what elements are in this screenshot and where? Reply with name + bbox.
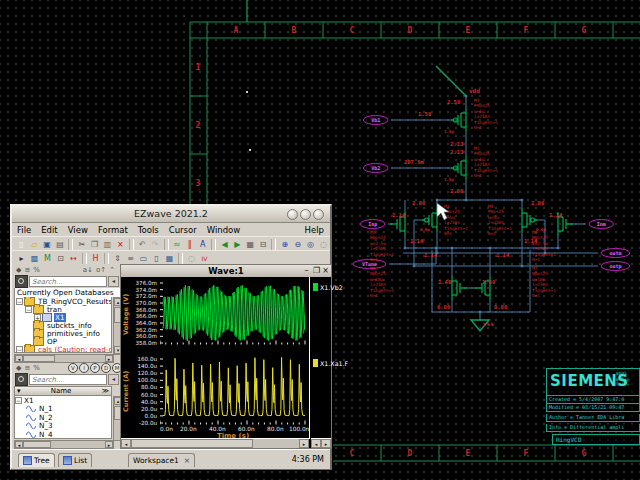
- open-icon[interactable]: ▱: [29, 239, 40, 250]
- signals-search-input[interactable]: [29, 374, 107, 385]
- menu-help[interactable]: Help: [299, 225, 330, 235]
- filter-i-button[interactable]: I: [79, 363, 89, 373]
- signals-search-icon[interactable]: [15, 373, 28, 386]
- wave-restore-icon[interactable]: ❐: [312, 265, 321, 276]
- filter-d-button[interactable]: D: [101, 363, 111, 373]
- wave-window[interactable]: Wave:1 – ❐ × Voltage (V) Current (A) 376…: [120, 264, 332, 449]
- tree-search-input[interactable]: [29, 276, 107, 287]
- pmos-m4-bubble[interactable]: [531, 218, 535, 222]
- grid-icon[interactable]: ▦: [245, 239, 256, 250]
- print-icon[interactable]: ▤: [55, 239, 66, 250]
- stack-icon[interactable]: ≡: [125, 253, 136, 264]
- tree-item[interactable]: −cals (Caution: read-on: [15, 345, 111, 353]
- measure-icon[interactable]: ↔: [68, 253, 79, 264]
- voltage-plot-canvas[interactable]: [160, 281, 306, 345]
- tree-item[interactable]: −TB_RingVCO_ResultsPa: [15, 297, 111, 305]
- tab-list[interactable]: List: [58, 453, 92, 467]
- maximize-button[interactable]: [300, 209, 311, 220]
- tile-horizontal-icon[interactable]: ▭: [138, 253, 149, 264]
- pmos-m1-bubble[interactable]: [454, 118, 458, 122]
- undo-icon[interactable]: ↶: [137, 239, 148, 250]
- paste-icon[interactable]: ▥: [102, 239, 113, 250]
- tile-grid-icon[interactable]: ▦: [164, 253, 175, 264]
- pan-left-icon[interactable]: ◀: [219, 239, 230, 250]
- search-icon[interactable]: [15, 275, 28, 288]
- menu-edit[interactable]: Edit: [36, 225, 62, 235]
- link-icon[interactable]: %: [33, 266, 40, 274]
- link-icon[interactable]: %: [33, 364, 40, 372]
- zoom-in-icon[interactable]: ⊕: [279, 239, 290, 250]
- collapse-all-icon[interactable]: ⌃: [109, 266, 115, 274]
- pan-right-icon[interactable]: ▶: [232, 239, 243, 250]
- wave-horizontal-scrollbar[interactable]: ◂▸: [121, 438, 309, 448]
- copy-icon[interactable]: ❐: [89, 239, 100, 250]
- select-icon[interactable]: ▸: [16, 253, 27, 264]
- tab-tree[interactable]: Tree: [18, 453, 55, 467]
- new-icon[interactable]: ▯: [16, 239, 27, 250]
- list-icon[interactable]: ≡: [24, 266, 30, 274]
- collapse-icon[interactable]: −: [16, 346, 23, 353]
- menu-format[interactable]: Format: [93, 225, 133, 235]
- image-icon[interactable]: ▩: [29, 253, 40, 264]
- fit-height-icon[interactable]: ⇕: [112, 253, 123, 264]
- workspace-close-icon[interactable]: ×: [184, 454, 190, 467]
- redo-icon[interactable]: ↷: [150, 239, 161, 250]
- close-button[interactable]: [313, 209, 324, 220]
- zoom-select-icon[interactable]: ◌: [318, 239, 329, 250]
- tile-vertical-icon[interactable]: ▯: [151, 253, 162, 264]
- insert-label-icon[interactable]: A: [197, 239, 208, 250]
- menu-window[interactable]: Window: [202, 225, 246, 235]
- workspace-tab[interactable]: Workspace1 ×: [128, 453, 195, 467]
- name-column-header[interactable]: ▾ Name ≫: [14, 386, 112, 396]
- pmos-m2-bubble[interactable]: [454, 166, 458, 170]
- zoom-full-icon[interactable]: ◎: [305, 239, 316, 250]
- legend-separator[interactable]: [309, 277, 310, 439]
- pmos-m3-bubble[interactable]: [425, 218, 429, 222]
- insert-wave-icon[interactable]: ≈: [172, 239, 183, 250]
- iv-icon[interactable]: IV: [199, 253, 210, 264]
- filter-icon[interactable]: ◆: [16, 364, 21, 372]
- ruler-icon[interactable]: H: [90, 253, 101, 264]
- search-options-icon[interactable]: ◂: [108, 276, 119, 287]
- ezwave-window[interactable]: EZwave 2021.2 FileEditViewFormatToolsCur…: [10, 204, 332, 470]
- chart-icon[interactable]: M: [42, 253, 53, 264]
- collapse-icon[interactable]: −: [15, 397, 22, 404]
- wave-close-icon[interactable]: ×: [321, 265, 330, 276]
- column-collapse-icon[interactable]: ≫: [102, 387, 111, 395]
- net-wire[interactable]: [436, 66, 466, 96]
- legend-item[interactable]: X1.Xa1.F: [313, 359, 348, 367]
- cut-icon[interactable]: ✂: [76, 239, 87, 250]
- insert-cursor-icon[interactable]: ‖: [184, 239, 195, 250]
- current-plot-canvas[interactable]: [160, 357, 306, 425]
- filter-icon[interactable]: ◆: [16, 266, 21, 274]
- signals-search-options-icon[interactable]: ◂: [108, 374, 119, 385]
- delete-icon[interactable]: ×: [115, 239, 126, 250]
- filter-p-button[interactable]: P: [90, 363, 100, 373]
- menu-file[interactable]: File: [12, 225, 36, 235]
- legend-horizontal-scrollbar[interactable]: ◂▸: [311, 438, 331, 448]
- split-icon[interactable]: ⊟: [258, 239, 269, 250]
- window-titlebar[interactable]: EZwave 2021.2: [12, 206, 330, 223]
- signal-root-row[interactable]: −X1: [15, 396, 111, 405]
- signal-row[interactable]: N_2: [15, 413, 111, 422]
- signal-row[interactable]: N_4: [15, 430, 111, 439]
- menu-cursor[interactable]: Cursor: [164, 225, 202, 235]
- zoom-out-icon[interactable]: ⊖: [292, 239, 303, 250]
- wave-minimize-icon[interactable]: –: [302, 265, 311, 276]
- signals-horizontal-scrollbar[interactable]: ◂▸: [14, 440, 114, 449]
- calculator-icon[interactable]: ⊡: [55, 253, 66, 264]
- collapse-icon[interactable]: −: [16, 298, 23, 305]
- menu-tools[interactable]: Tools: [133, 225, 164, 235]
- filter-v-button[interactable]: V: [68, 363, 78, 373]
- collapse-icon[interactable]: −: [25, 306, 32, 313]
- tree-item[interactable]: primitives_info: [15, 329, 111, 337]
- select-region-icon[interactable]: ◌: [186, 253, 197, 264]
- save-icon[interactable]: ▣: [42, 239, 53, 250]
- signal-row[interactable]: N_1: [15, 405, 111, 414]
- menu-view[interactable]: View: [63, 225, 93, 235]
- minimize-button[interactable]: [287, 209, 298, 220]
- list-icon[interactable]: ≡: [24, 364, 30, 372]
- signal-row[interactable]: N_3: [15, 422, 111, 431]
- sort-asc-icon[interactable]: a↓: [83, 266, 93, 274]
- sort-desc-icon[interactable]: o↑: [96, 266, 106, 274]
